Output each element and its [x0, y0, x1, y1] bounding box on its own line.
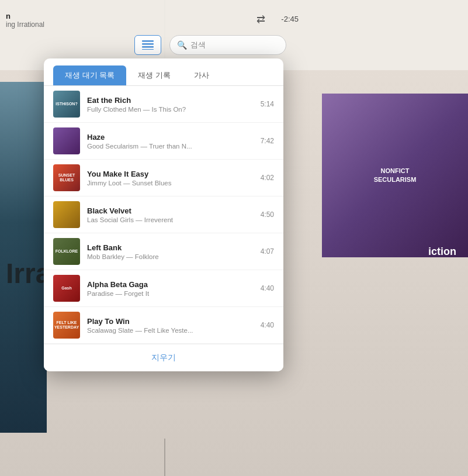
song-meta: Fully Clothed Men — Is This On? [87, 106, 248, 113]
right-album-text: NONFICT SECULARISM [371, 164, 420, 188]
right-album-art: NONFICT SECULARISM [322, 94, 468, 257]
song-info: Play To WinScalawag Slate — Felt Like Ye… [87, 317, 248, 334]
album-thumbnail-text: SUNSET BLUES [53, 164, 80, 191]
queue-panel: 재생 대기 목록재생 기록가사 ISTHISON?Eat the RichFul… [44, 58, 283, 371]
song-duration: 4:50 [255, 211, 274, 219]
song-duration: 4:40 [255, 284, 274, 292]
song-title: Left Bank [87, 243, 248, 252]
tabs-row: 재생 대기 목록재생 기록가사 [44, 58, 283, 86]
repeat-icon[interactable]: ⇄ [252, 11, 269, 28]
album-thumbnail: ISTHISON? [53, 91, 80, 118]
bottom-connector-line [164, 439, 165, 476]
search-icon: 🔍 [177, 40, 187, 50]
song-title: Black Velvet [87, 206, 248, 215]
song-meta: Las Social Girls — Irreverent [87, 216, 248, 223]
clear-button[interactable]: 지우기 [44, 344, 283, 371]
search-placeholder: 검색 [190, 40, 206, 50]
song-title: You Make It Easy [87, 170, 248, 178]
song-list: ISTHISON?Eat the RichFully Clothed Men —… [44, 86, 283, 344]
svg-rect-2 [142, 46, 154, 48]
fiction-text: iction [428, 246, 456, 258]
song-duration: 5:14 [255, 100, 274, 108]
song-meta: Good Secularism — Truer than N... [87, 143, 248, 150]
song-row[interactable]: FELT LIKE YESTERDAYPlay To WinScalawag S… [44, 307, 283, 344]
song-info: Left BankMob Barkley — Folklore [87, 243, 248, 260]
song-info: You Make It EasyJimmy Loot — Sunset Blue… [87, 170, 248, 187]
song-row[interactable]: SUNSET BLUESYou Make It EasyJimmy Loot —… [44, 160, 283, 196]
svg-rect-0 [142, 40, 154, 42]
album-thumbnail: SUNSET BLUES [53, 164, 80, 191]
time-remaining: -2:45 [281, 15, 299, 23]
now-playing-info: n ing Irrational [6, 12, 44, 29]
song-duration: 4:02 [255, 174, 274, 182]
song-title: Eat the Rich [87, 96, 248, 105]
album-thumbnail: Gash [53, 275, 80, 302]
album-thumbnail-text: Gash [53, 275, 80, 302]
queue-list-button[interactable] [134, 35, 161, 55]
song-meta: Mob Barkley — Folklore [87, 253, 248, 260]
song-duration: 7:42 [255, 137, 274, 145]
song-row[interactable]: FOLKLORELeft BankMob Barkley — Folklore4… [44, 233, 283, 270]
tab-queue[interactable]: 재생 대기 목록 [53, 65, 126, 85]
album-thumbnail-text: FELT LIKE YESTERDAY [53, 312, 80, 339]
song-meta: Scalawag Slate — Felt Like Yeste... [87, 327, 248, 334]
album-thumbnail-text: ISTHISON? [53, 91, 80, 118]
album-thumbnail [53, 127, 80, 154]
tab-history[interactable]: 재생 기록 [126, 65, 182, 85]
song-meta: Jimmy Loot — Sunset Blues [87, 180, 248, 187]
song-title: Play To Win [87, 317, 248, 326]
song-title: Alpha Beta Gaga [87, 280, 248, 289]
svg-rect-3 [142, 49, 154, 50]
song-info: Black VelvetLas Social Girls — Irreveren… [87, 206, 248, 223]
album-thumbnail-text [53, 201, 80, 228]
song-duration: 4:07 [255, 247, 274, 256]
album-thumbnail [53, 201, 80, 228]
song-row[interactable]: ISTHISON?Eat the RichFully Clothed Men —… [44, 86, 283, 123]
song-row[interactable]: GashAlpha Beta GagaParadise — Forget It4… [44, 270, 283, 307]
now-playing-title: n [6, 12, 44, 20]
song-title: Haze [87, 133, 248, 142]
album-thumbnail-text [53, 127, 80, 154]
song-meta: Paradise — Forget It [87, 290, 248, 297]
list-icon [142, 40, 154, 50]
tab-lyrics[interactable]: 가사 [182, 65, 221, 85]
album-thumbnail-text: FOLKLORE [53, 238, 80, 265]
album-thumbnail: FOLKLORE [53, 238, 80, 265]
song-info: Eat the RichFully Clothed Men — Is This … [87, 96, 248, 113]
album-thumbnail: FELT LIKE YESTERDAY [53, 312, 80, 339]
svg-rect-1 [142, 43, 154, 45]
song-info: Alpha Beta GagaParadise — Forget It [87, 280, 248, 297]
song-info: HazeGood Secularism — Truer than N... [87, 133, 248, 150]
song-row[interactable]: Black VelvetLas Social Girls — Irreveren… [44, 196, 283, 233]
song-duration: 4:40 [255, 321, 274, 329]
now-playing-subtitle: ing Irrational [6, 20, 44, 29]
song-row[interactable]: HazeGood Secularism — Truer than N...7:4… [44, 123, 283, 160]
search-bar[interactable]: 🔍 검색 [169, 35, 286, 55]
